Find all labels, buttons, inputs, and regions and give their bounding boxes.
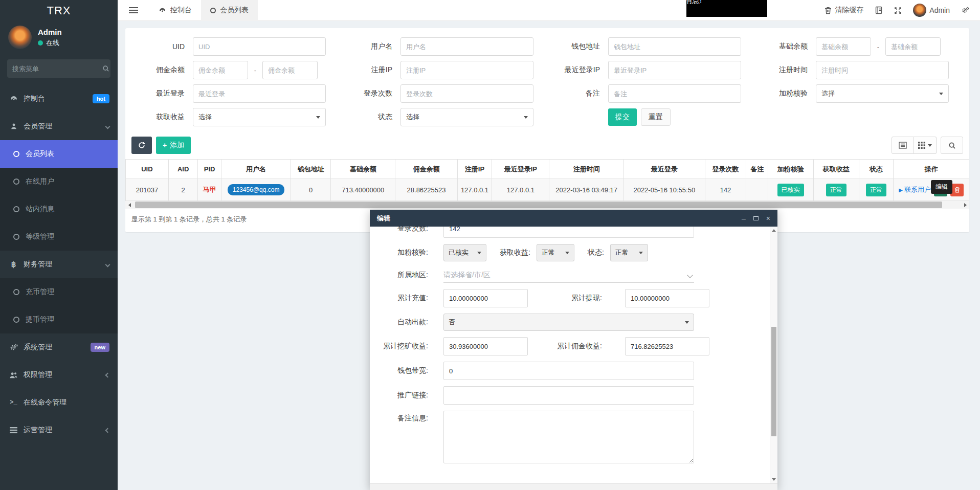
uid-input[interactable] <box>193 37 326 56</box>
notification-toast[interactable]: 消息! <box>686 0 767 17</box>
status-select[interactable]: 选择 <box>400 108 533 126</box>
bandwidth-input[interactable] <box>443 362 694 380</box>
minimize-icon[interactable]: – <box>742 215 746 222</box>
login-count-input[interactable] <box>443 227 694 238</box>
income-select[interactable]: 正常 <box>537 244 574 261</box>
settings-gears-icon[interactable] <box>961 6 970 14</box>
toggle-view-button[interactable] <box>892 137 914 154</box>
income-select[interactable]: 选择 <box>193 108 326 126</box>
commission-min-input[interactable] <box>193 61 248 79</box>
table-horizontal-scrollbar[interactable] <box>125 201 969 209</box>
base-balance-max-input[interactable] <box>885 37 941 56</box>
sidebar: TRX Admin 在线 控制台 hot 会员管理 会员列表 <box>0 0 118 490</box>
add-button[interactable]: +添加 <box>156 137 191 154</box>
modal-title: 编辑 <box>377 214 390 223</box>
field-label: 累计提现: <box>543 294 602 303</box>
reset-button[interactable]: 重置 <box>641 108 671 126</box>
last-ip-input[interactable] <box>608 61 741 79</box>
commission-income-input[interactable] <box>625 337 709 355</box>
scrollbar-thumb[interactable] <box>771 327 776 436</box>
base-balance-min-input[interactable] <box>816 37 871 56</box>
sidebar-item-deposit-mgmt[interactable]: 充币管理 <box>0 278 118 306</box>
col-reg-time: 注册时间 <box>549 160 624 179</box>
modal-titlebar[interactable]: 编辑 – × <box>370 210 777 227</box>
modal-scrollbar[interactable] <box>770 227 777 483</box>
scroll-right-arrow-icon[interactable] <box>961 201 969 209</box>
sidebar-item-site-messages[interactable]: 站内消息 <box>0 195 118 223</box>
sidebar-item-online-command-mgmt[interactable]: >_ 在线命令管理 <box>0 389 118 416</box>
fan-verify-select[interactable]: 选择 <box>816 84 949 103</box>
filter-label-username: 用户名 <box>339 42 400 51</box>
scrollbar-thumb[interactable] <box>135 202 942 208</box>
menu-search-input[interactable] <box>12 65 102 73</box>
wallet-input[interactable] <box>608 37 741 56</box>
tab-member-list[interactable]: 会员列表 <box>201 0 258 21</box>
clear-cache-button[interactable]: 清除缓存 <box>825 6 863 15</box>
region-select[interactable]: 请选择省/市/区 <box>443 268 694 283</box>
caret-down-icon <box>939 93 943 95</box>
columns-button[interactable] <box>914 137 937 154</box>
sidebar-item-member-mgmt[interactable]: 会员管理 <box>0 113 118 140</box>
top-navbar: 控制台 会员列表 清除缓存 Admin <box>118 0 980 21</box>
total-withdraw-input[interactable] <box>625 289 709 307</box>
user-name: Admin <box>38 28 62 36</box>
total-recharge-input[interactable] <box>443 289 528 307</box>
hamburger-icon[interactable] <box>129 6 138 15</box>
tab-console[interactable]: 控制台 <box>149 0 201 21</box>
contact-user-link[interactable]: ▶联系用户 <box>899 185 931 194</box>
sidebar-item-label: 提币管理 <box>26 315 54 324</box>
user-icon <box>9 123 18 130</box>
bitcoin-icon: ฿ <box>9 260 18 269</box>
refresh-button[interactable] <box>131 137 152 154</box>
member-list-card: UID 用户名 钱包地址 基础余额- 佣金余额- 注册IP 最近登录IP 注册时… <box>125 28 969 232</box>
sidebar-item-online-users[interactable]: 在线用户 <box>0 168 118 195</box>
promo-link-input[interactable] <box>443 386 694 405</box>
avatar[interactable] <box>8 26 32 49</box>
login-count-input[interactable] <box>400 84 533 103</box>
username-input[interactable] <box>400 37 533 56</box>
commission-max-input[interactable] <box>262 61 318 79</box>
caret-down-icon <box>565 252 569 254</box>
col-login-count: 登录次数 <box>705 160 746 179</box>
sidebar-item-level-mgmt[interactable]: 等级管理 <box>0 223 118 251</box>
sidebar-item-permission-mgmt[interactable]: 权限管理 <box>0 361 118 389</box>
search-icon[interactable] <box>102 65 109 72</box>
sidebar-item-label: 在线用户 <box>26 177 54 186</box>
scroll-left-arrow-icon[interactable] <box>125 201 133 209</box>
col-aid: AID <box>168 160 198 179</box>
submit-button[interactable]: 提交 <box>608 108 637 126</box>
sidebar-item-label: 运营管理 <box>24 426 52 435</box>
sidebar-item-member-list[interactable]: 会员列表 <box>0 140 118 168</box>
last-login-input[interactable] <box>193 84 326 103</box>
filter-label-remark: 备注 <box>547 89 608 98</box>
username-badge[interactable]: 123456@qq.com <box>228 184 285 195</box>
sidebar-item-label: 站内消息 <box>26 205 54 214</box>
sidebar-item-system-mgmt[interactable]: 系统管理 new <box>0 333 118 361</box>
cell-wallet: 0 <box>291 179 331 201</box>
close-icon[interactable]: × <box>766 215 770 222</box>
restore-icon[interactable] <box>753 216 759 220</box>
scroll-up-arrow-icon[interactable] <box>772 229 776 232</box>
remark-input[interactable] <box>608 84 741 103</box>
cell-commission: 28.86225523 <box>395 179 457 201</box>
reg-ip-input[interactable] <box>400 61 533 79</box>
fan-verify-select[interactable]: 已核实 <box>443 244 486 261</box>
user-menu[interactable]: Admin <box>913 4 950 17</box>
table-search-button[interactable] <box>941 137 963 154</box>
sidebar-item-label: 财务管理 <box>24 260 52 269</box>
log-book-icon[interactable] <box>875 6 883 14</box>
gears-icon <box>9 343 18 351</box>
fullscreen-icon[interactable] <box>894 7 902 14</box>
remark-textarea[interactable] <box>443 411 694 463</box>
scroll-down-arrow-icon[interactable] <box>772 478 776 481</box>
sidebar-item-console[interactable]: 控制台 hot <box>0 85 118 113</box>
sidebar-item-withdraw-mgmt[interactable]: 提币管理 <box>0 306 118 333</box>
finance-submenu: 充币管理 提币管理 <box>0 278 118 333</box>
status-select[interactable]: 正常 <box>610 244 648 261</box>
auto-pay-select[interactable]: 否 <box>443 314 694 331</box>
reg-time-input[interactable] <box>816 61 949 79</box>
modal-body: 登录次数: 加粉核验: 已核实 获取收益: 正常 状态: 正常 所属地区: 请选… <box>370 227 770 483</box>
sidebar-item-operation-mgmt[interactable]: 运营管理 <box>0 416 118 444</box>
mining-income-input[interactable] <box>443 337 528 355</box>
sidebar-item-finance-mgmt[interactable]: ฿ 财务管理 <box>0 251 118 278</box>
